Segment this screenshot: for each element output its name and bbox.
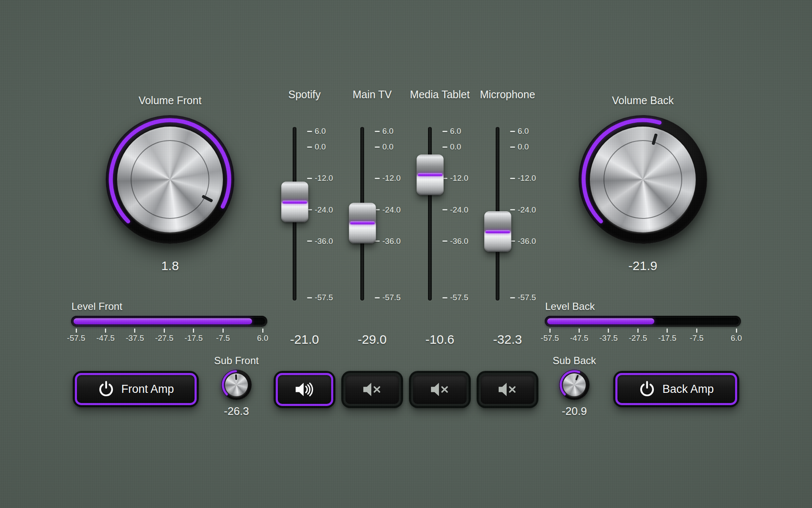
fader-tick-label: -12.0: [450, 174, 474, 183]
meter-tick-label: -17.5: [181, 334, 206, 343]
sub-back-knob[interactable]: [558, 369, 590, 401]
volume-back-value: -21.9: [577, 259, 708, 273]
mute-button-media-tablet[interactable]: [409, 371, 471, 408]
meter-track: [547, 318, 739, 325]
channel-value: -32.3: [474, 333, 541, 346]
volume-front-knob[interactable]: [104, 114, 236, 245]
sub-front-knob[interactable]: [220, 369, 252, 401]
level-back-label: Level Back: [545, 301, 595, 312]
fader-tick-label: -57.5: [382, 293, 406, 302]
fader-handle-stripe: [350, 221, 375, 224]
meter-tick: [579, 329, 580, 333]
knob-cap: [117, 127, 223, 232]
meter-tick: [549, 329, 551, 333]
sub-back-label: Sub Back: [540, 355, 608, 367]
fader-tick: [307, 146, 312, 148]
front-amp-button[interactable]: Front Amp: [73, 371, 199, 407]
fader-tick-label: -12.0: [315, 174, 338, 183]
speaker-muted-icon: [498, 382, 517, 397]
meter-tick-label: -47.5: [566, 334, 592, 343]
spotify-fader: 6.00.0-12.0-24.0-36.0-57.5: [271, 85, 338, 356]
fader-handle[interactable]: [484, 211, 511, 252]
meter-tick: [164, 329, 165, 333]
fader-tick: [375, 297, 380, 298]
level-back-meter: Level Back -57.5-47.5-37.5-27.5-17.5-7.5…: [545, 301, 741, 345]
back-amp-button[interactable]: Back Amp: [613, 371, 739, 407]
fader-handle-stripe: [283, 201, 307, 204]
fader-tick-label: 6.0: [450, 127, 474, 136]
meter-tick-label: -27.5: [151, 334, 177, 343]
meter-tick-label: -37.5: [596, 334, 621, 343]
volume-front-group: Volume Front 1.8: [104, 80, 236, 279]
fader-tick-label: -12.0: [382, 174, 406, 183]
meter-fill: [547, 318, 654, 324]
sub-back-value: -20.9: [540, 405, 608, 417]
sub-front-value: -26.3: [203, 405, 270, 417]
fader-tick: [307, 131, 312, 132]
fader-tick-label: -24.0: [450, 205, 474, 215]
meter-tick: [262, 329, 263, 333]
fader-tick-label: -36.0: [382, 237, 406, 246]
knob-cap-ring: [131, 140, 209, 219]
mute-button-spotify[interactable]: [274, 371, 335, 408]
fader-tick-label: -36.0: [315, 237, 338, 246]
meter-tick-label: -17.5: [655, 334, 680, 343]
fader-tick: [307, 297, 312, 298]
sub-front-group: Sub Front -26.3: [203, 355, 270, 422]
fader-tick: [307, 178, 312, 179]
fader-tick: [442, 146, 447, 148]
main-tv-fader: 6.00.0-12.0-24.0-36.0-57.5: [338, 85, 406, 356]
speaker-on-icon: [295, 382, 314, 397]
meter-tick: [76, 329, 77, 333]
fader-handle[interactable]: [349, 203, 376, 243]
channel-value: -29.0: [338, 333, 406, 346]
knob-cap: [590, 127, 696, 232]
front-amp-label: Front Amp: [121, 383, 174, 396]
fader-tick: [375, 146, 380, 148]
microphone-fader: 6.00.0-12.0-24.0-36.0-57.5: [474, 85, 541, 356]
volume-back-knob[interactable]: [577, 114, 708, 245]
fader-tick: [442, 209, 447, 210]
meter-tick: [105, 329, 106, 333]
knob-pointer: [235, 374, 237, 380]
fader-tick: [375, 178, 380, 179]
meter-tick: [696, 329, 697, 333]
channel-spotify: Spotify 6.00.0-12.0-24.0-36.0-57.5 -21.0: [271, 85, 338, 356]
fader-tick: [442, 131, 447, 132]
fader-track[interactable]: [428, 127, 432, 301]
fader-tick: [510, 131, 515, 132]
fader-handle[interactable]: [417, 155, 444, 195]
fader-handle-stripe: [486, 230, 510, 233]
meter-bar: [545, 316, 741, 327]
fader-handle-stripe: [418, 173, 442, 176]
volume-front-label: Volume Front: [104, 94, 236, 106]
meter-tick-label: -37.5: [122, 334, 148, 343]
meter-tick-label: -7.5: [684, 334, 709, 343]
meter-tick: [222, 329, 224, 333]
level-front-label: Level Front: [71, 301, 122, 312]
meter-fill: [74, 318, 252, 324]
knob-cap: [563, 373, 586, 396]
fader-tick-label: 0.0: [382, 142, 406, 152]
fader-tick-label: -57.5: [518, 293, 541, 302]
volume-front-value: 1.8: [104, 259, 236, 273]
fader-tick-label: 6.0: [518, 127, 541, 136]
level-front-meter: Level Front -57.5-47.5-37.5-27.5-17.5-7.…: [71, 301, 267, 345]
mixer-panel: Volume Front 1.8 Volume Back -21.9 Spoti…: [0, 0, 812, 508]
fader-tick-label: -24.0: [382, 205, 406, 215]
back-amp-label: Back Amp: [662, 383, 714, 396]
power-icon: [98, 381, 115, 398]
speaker-muted-icon: [430, 382, 450, 397]
media-tablet-fader: 6.00.0-12.0-24.0-36.0-57.5: [406, 85, 474, 356]
fader-tick-label: 0.0: [450, 142, 474, 152]
fader-tick: [510, 178, 515, 179]
fader-tick: [375, 131, 380, 132]
mute-button-microphone[interactable]: [477, 371, 538, 408]
mute-button-main-tv[interactable]: [341, 371, 403, 408]
channel-value: -10.6: [406, 333, 474, 346]
fader-tick: [307, 240, 312, 242]
fader-handle[interactable]: [281, 182, 308, 222]
volume-back-label: Volume Back: [577, 94, 708, 106]
meter-track: [73, 318, 265, 325]
fader-tick-label: -12.0: [518, 174, 541, 183]
